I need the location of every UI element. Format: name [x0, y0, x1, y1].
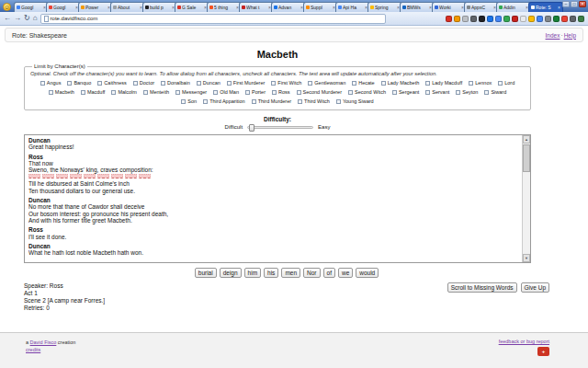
character-checkbox-item[interactable]: Duncan [197, 80, 220, 86]
word-button[interactable]: men [281, 268, 300, 278]
word-button[interactable]: deign [220, 268, 242, 278]
browser-tab[interactable]: Googl× [14, 2, 49, 12]
checkbox-icon[interactable] [272, 90, 277, 95]
character-checkbox-item[interactable]: Siward [484, 89, 506, 95]
character-checkbox-item[interactable]: Sergeant [392, 89, 419, 95]
character-checkbox-item[interactable]: Seyton [456, 89, 478, 95]
missing-word-blank[interactable] [97, 174, 109, 178]
browser-tab[interactable]: What t× [239, 2, 274, 12]
browser-tab[interactable]: Suppl× [303, 2, 338, 12]
extension-icon[interactable] [503, 16, 510, 22]
checkbox-icon[interactable] [143, 90, 148, 95]
word-button[interactable]: burial [195, 268, 217, 278]
checkbox-icon[interactable] [40, 81, 45, 86]
checkbox-icon[interactable] [425, 81, 430, 86]
character-checkbox-item[interactable]: Angus [40, 80, 62, 86]
david-fisco-link[interactable]: David Fisco [30, 339, 57, 345]
missing-word-blank[interactable] [70, 174, 82, 178]
browser-tab[interactable]: Spring× [368, 2, 402, 12]
browser-tab[interactable]: BMWs× [400, 2, 435, 12]
checkbox-icon[interactable] [81, 90, 85, 95]
refresh-icon[interactable]: ↻ [24, 15, 30, 22]
url-text[interactable]: rote.davidfisco.com [51, 16, 98, 21]
slider-handle-icon[interactable] [249, 124, 254, 132]
checkbox-icon[interactable] [469, 81, 473, 86]
character-checkbox-item[interactable]: Messenger [175, 89, 207, 95]
character-checkbox-item[interactable]: Lady Macbeth [381, 80, 420, 86]
character-checkbox-item[interactable]: Old Man [213, 89, 239, 95]
missing-word-blank[interactable] [84, 174, 96, 178]
browser-tab[interactable]: Addin× [496, 2, 531, 12]
checkbox-icon[interactable] [49, 90, 53, 95]
extension-icon[interactable] [528, 16, 535, 22]
browser-tab[interactable]: About× [110, 2, 145, 12]
browser-tab[interactable]: G Sale× [175, 2, 209, 12]
scroll-up-icon[interactable]: ▲ [523, 135, 530, 144]
scrollbar[interactable]: ▲ ▼ [522, 135, 530, 262]
character-checkbox-item[interactable]: Donalbain [161, 80, 190, 86]
checkbox-icon[interactable] [67, 81, 72, 86]
back-icon[interactable]: ← [4, 15, 11, 22]
character-checkbox-item[interactable]: Hecate [352, 80, 374, 86]
minimize-button[interactable]: – [562, 1, 570, 7]
character-checkbox-item[interactable]: Second Murderer [297, 89, 343, 95]
address-bar[interactable]: rote.davidfisco.com [40, 14, 386, 24]
credits-link[interactable]: credits [26, 347, 40, 352]
checkbox-icon[interactable] [213, 90, 218, 95]
extension-icon[interactable] [578, 16, 584, 22]
word-button[interactable]: Nor [303, 268, 320, 278]
scrollbar-thumb[interactable] [523, 144, 530, 172]
feedback-link[interactable]: feedback or bug report [499, 339, 549, 344]
checkbox-icon[interactable] [392, 90, 397, 95]
character-checkbox-item[interactable]: Porter [245, 89, 266, 95]
character-checkbox-item[interactable]: Servant [425, 89, 449, 95]
checkbox-icon[interactable] [352, 81, 356, 86]
word-button[interactable]: of [323, 268, 335, 278]
tab-close-icon[interactable]: × [558, 5, 560, 10]
extension-icon[interactable] [545, 16, 551, 22]
missing-word-blank[interactable] [125, 174, 137, 178]
character-checkbox-item[interactable]: First Witch [271, 80, 301, 86]
checkbox-icon[interactable] [161, 81, 165, 86]
scroll-down-icon[interactable]: ▼ [523, 254, 530, 262]
checkbox-icon[interactable] [348, 90, 353, 95]
extension-icon[interactable] [512, 16, 518, 22]
browser-tab[interactable]: AppsC× [464, 2, 499, 12]
checkbox-icon[interactable] [203, 99, 208, 104]
word-button[interactable]: him [244, 268, 261, 278]
checkbox-icon[interactable] [484, 90, 489, 95]
browser-tab[interactable]: Power× [78, 2, 113, 12]
checkbox-icon[interactable] [111, 90, 116, 95]
missing-word-blank[interactable] [139, 174, 151, 178]
extension-icon[interactable] [495, 16, 502, 22]
word-button[interactable]: we [338, 268, 353, 278]
forward-icon[interactable]: → [14, 15, 21, 22]
difficulty-slider[interactable] [247, 126, 313, 129]
browser-tab[interactable]: Worki× [432, 2, 467, 12]
extension-icon[interactable] [462, 16, 469, 22]
character-checkbox-item[interactable]: Ross [272, 89, 290, 95]
checkbox-icon[interactable] [227, 81, 232, 86]
share-icon[interactable]: + [537, 347, 549, 356]
character-checkbox-item[interactable]: Young Siward [336, 98, 374, 104]
checkbox-icon[interactable] [97, 81, 102, 86]
checkbox-icon[interactable] [197, 81, 201, 86]
give-up-button[interactable]: Give Up [521, 282, 549, 293]
character-checkbox-item[interactable]: Macbeth [49, 89, 74, 95]
missing-word-blank[interactable] [28, 174, 40, 178]
index-link[interactable]: Index [546, 32, 560, 39]
checkbox-icon[interactable] [456, 90, 460, 95]
browser-tab[interactable]: Advan× [271, 2, 306, 12]
extension-icon[interactable] [570, 16, 576, 22]
scroll-to-missing-words-button[interactable]: Scroll to Missing Words [447, 282, 517, 293]
character-checkbox-item[interactable]: Menteith [143, 89, 169, 95]
character-checkbox-item[interactable]: Lord [498, 80, 514, 86]
checkbox-icon[interactable] [498, 81, 503, 86]
character-checkbox-item[interactable]: First Murderer [227, 80, 266, 86]
missing-word-blank[interactable] [42, 174, 54, 178]
character-checkbox-item[interactable]: Gentlewoman [308, 80, 345, 86]
extension-icon[interactable] [446, 16, 452, 22]
extension-icon[interactable] [470, 16, 477, 22]
word-button[interactable]: his [264, 268, 278, 278]
character-checkbox-item[interactable]: Third Murderer [252, 98, 291, 104]
